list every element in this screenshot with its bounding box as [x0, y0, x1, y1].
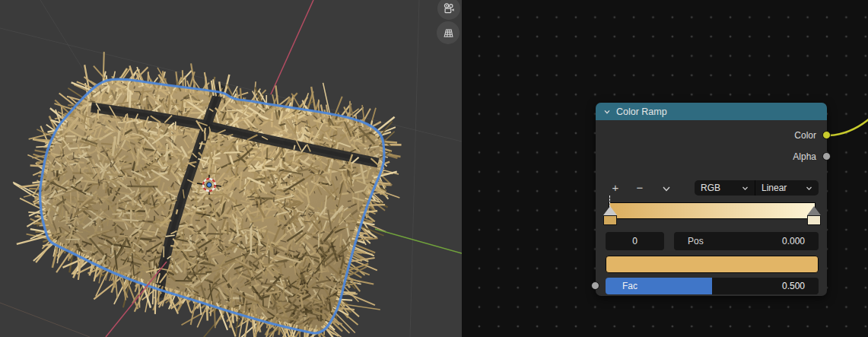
ramp-toolbar: + − RGB Linear — [606, 180, 819, 196]
chevron-down-icon — [742, 186, 749, 191]
collapse-chevron-icon[interactable] — [603, 108, 611, 116]
color-output-socket[interactable] — [822, 131, 831, 139]
alpha-output-socket[interactable] — [822, 152, 831, 161]
add-stop-button[interactable]: + — [606, 180, 625, 196]
node-link-wire-path — [829, 119, 868, 135]
delete-stop-button[interactable]: − — [631, 180, 649, 196]
ramp-handle-1[interactable] — [807, 206, 821, 225]
interpolation-value: Linear — [761, 183, 787, 193]
position-value: 0.000 — [782, 236, 805, 246]
fac-slider[interactable]: Fac 0.500 — [606, 278, 819, 294]
handle-color-box — [807, 215, 821, 225]
output-label-alpha: Alpha — [793, 150, 816, 164]
handle-cap — [603, 206, 617, 215]
ramp-mode-group: RGB Linear — [695, 180, 819, 196]
output-label-color: Color — [794, 129, 816, 142]
color-mode-dropdown[interactable]: RGB — [695, 180, 755, 196]
interpolation-dropdown[interactable]: Linear — [755, 180, 819, 196]
color-swatch-button[interactable] — [606, 256, 819, 273]
stop-index-value: 0 — [632, 236, 637, 246]
fac-label: Fac — [622, 278, 637, 294]
active-handle-indicator — [609, 196, 611, 207]
fac-input-socket[interactable] — [591, 281, 599, 290]
fac-slider-fill — [606, 278, 712, 294]
3d-viewport[interactable] — [0, 0, 462, 337]
chevron-down-icon — [806, 186, 812, 191]
viewport-canvas[interactable] — [0, 0, 462, 337]
stop-position-field[interactable]: Pos 0.000 — [674, 232, 819, 250]
stop-index-field[interactable]: 0 — [606, 232, 664, 250]
color-mode-value: RGB — [701, 183, 720, 193]
grid-icon — [442, 27, 455, 40]
node-title: Color Ramp — [616, 107, 667, 117]
ramp-handle-0[interactable] — [603, 206, 617, 225]
ramp-options-button[interactable] — [661, 185, 672, 192]
position-label: Pos — [688, 236, 704, 246]
handle-cap — [807, 206, 821, 215]
orthographic-view-button[interactable] — [437, 21, 459, 44]
camera-icon — [443, 2, 456, 15]
node-header[interactable]: Color Ramp — [596, 103, 827, 120]
color-ramp-node[interactable]: Color Ramp Color Alpha + − RGB Linear — [596, 103, 827, 296]
fac-value: 0.500 — [782, 278, 805, 294]
handle-color-box — [603, 215, 617, 225]
shader-editor[interactable]: Color Ramp Color Alpha + − RGB Linear — [462, 0, 868, 337]
ramp-gradient[interactable] — [609, 202, 816, 219]
